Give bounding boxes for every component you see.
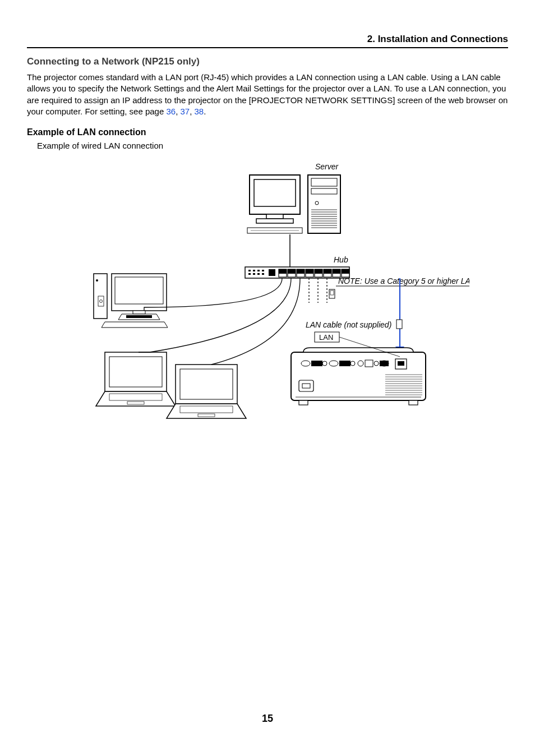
cable-hub-projector: [395, 278, 404, 352]
note-text: NOTE: Use a Category 5 or higher LAN cab…: [338, 276, 469, 285]
hub-icon: [245, 267, 349, 278]
svg-rect-47: [98, 296, 104, 306]
svg-rect-36: [306, 269, 313, 274]
svg-rect-52: [126, 315, 152, 318]
svg-rect-24: [257, 270, 260, 271]
svg-rect-42: [333, 269, 340, 274]
svg-rect-51: [133, 311, 145, 314]
svg-rect-54: [109, 357, 162, 387]
svg-rect-72: [339, 361, 350, 366]
svg-rect-69: [311, 361, 322, 366]
page-link-38[interactable]: 38: [195, 107, 204, 116]
cable-label: LAN cable (not supplied): [306, 320, 391, 329]
svg-rect-50: [115, 277, 163, 304]
page-number: 15: [0, 713, 535, 725]
page-link-36[interactable]: 36: [166, 107, 176, 116]
svg-rect-82: [302, 384, 310, 388]
svg-point-68: [301, 361, 310, 366]
svg-rect-28: [269, 269, 275, 276]
svg-rect-30: [279, 269, 287, 274]
svg-rect-78: [380, 361, 389, 366]
lan-port-label: LAN: [319, 333, 333, 342]
svg-rect-7: [311, 178, 337, 186]
section-body: The projector comes standard with a LAN …: [27, 72, 508, 117]
svg-rect-1: [254, 179, 296, 206]
svg-point-74: [358, 361, 363, 366]
svg-point-46: [96, 279, 98, 282]
svg-rect-55: [109, 394, 162, 400]
svg-rect-80: [398, 361, 404, 366]
page-link-37[interactable]: 37: [181, 107, 190, 116]
laptop-2-icon: [167, 365, 246, 418]
body-prefix: The projector comes standard with a LAN …: [27, 72, 508, 116]
section-title: Connecting to a Network (NP215 only): [27, 56, 508, 67]
svg-rect-56: [127, 402, 144, 404]
server-monitor-icon: [247, 175, 302, 233]
example-heading: Example of LAN connection: [27, 127, 508, 137]
diagram: Server: [27, 162, 508, 422]
svg-rect-2: [266, 214, 283, 219]
svg-rect-62: [330, 291, 334, 295]
svg-point-71: [329, 361, 338, 366]
svg-rect-59: [180, 406, 233, 413]
example-caption: Example of wired LAN connection: [37, 141, 508, 150]
laptop-1-icon: [96, 352, 176, 406]
svg-rect-38: [315, 269, 322, 274]
cable-hub-laptop2: [211, 278, 300, 365]
svg-rect-32: [288, 269, 296, 274]
svg-rect-8: [311, 188, 337, 194]
server-tower-icon: [308, 175, 340, 233]
svg-rect-40: [324, 269, 331, 274]
svg-point-70: [322, 361, 327, 366]
sep2: ,: [190, 107, 194, 116]
sep1: ,: [176, 107, 180, 116]
hub-label: Hub: [334, 255, 348, 264]
svg-rect-75: [365, 360, 373, 367]
body-suffix: .: [204, 107, 206, 116]
svg-rect-23: [253, 273, 255, 275]
svg-point-76: [374, 361, 379, 366]
chapter-header: 2. Installation and Connections: [27, 34, 508, 48]
svg-rect-25: [257, 273, 260, 275]
svg-rect-66: [299, 400, 308, 405]
desktop-pc-icon: [94, 274, 168, 328]
svg-point-73: [350, 361, 355, 366]
svg-rect-22: [253, 270, 255, 271]
server-label: Server: [315, 162, 339, 171]
svg-rect-67: [409, 400, 418, 405]
svg-rect-3: [256, 219, 293, 223]
svg-rect-26: [262, 270, 264, 271]
svg-rect-60: [198, 414, 215, 417]
svg-rect-64: [396, 320, 402, 329]
svg-rect-44: [342, 269, 349, 274]
svg-rect-21: [248, 273, 251, 275]
svg-rect-34: [297, 269, 305, 274]
svg-rect-58: [180, 369, 233, 399]
projector-icon: [291, 348, 426, 405]
connector-icon: [329, 289, 335, 298]
svg-rect-20: [248, 270, 251, 271]
svg-rect-27: [262, 273, 264, 275]
